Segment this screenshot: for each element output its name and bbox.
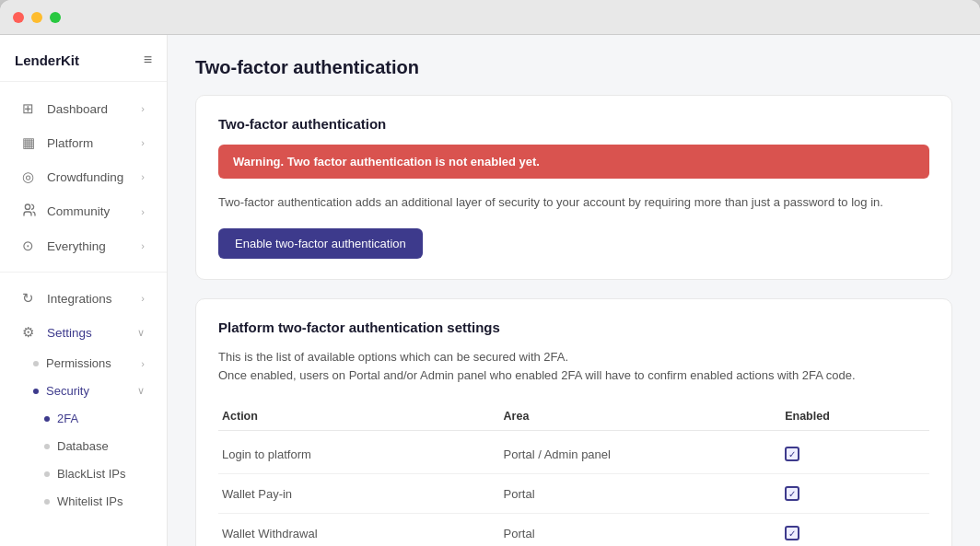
titlebar bbox=[0, 0, 980, 35]
chevron-icon: › bbox=[141, 293, 145, 304]
integrations-icon: ↻ bbox=[22, 290, 39, 307]
chevron-icon: › bbox=[141, 103, 145, 114]
enable-2fa-button[interactable]: Enable two-factor authentication bbox=[218, 228, 423, 259]
sidebar-item-label: Integrations bbox=[47, 292, 112, 306]
sidebar-logo: LenderKit ≡ bbox=[0, 35, 167, 82]
chevron-icon: › bbox=[141, 137, 145, 148]
chevron-icon: › bbox=[141, 171, 145, 182]
sidebar-item-2fa[interactable]: 2FA bbox=[7, 405, 159, 432]
sidebar-sub-label: Whitelist IPs bbox=[57, 494, 123, 508]
everything-icon: ⊙ bbox=[22, 238, 39, 254]
enabled-cell bbox=[785, 526, 926, 540]
sidebar-item-database[interactable]: Database bbox=[7, 433, 159, 459]
sidebar-item-label: Platform bbox=[47, 136, 93, 150]
area-cell: Portal bbox=[504, 487, 786, 501]
th-area: Area bbox=[504, 410, 786, 423]
sidebar-sub-label: Security bbox=[46, 384, 89, 398]
sidebar-divider bbox=[0, 272, 167, 273]
chevron-down-icon: ∨ bbox=[137, 385, 145, 397]
settings-table: Action Area Enabled Login to platform Po… bbox=[218, 402, 929, 546]
minimize-button[interactable] bbox=[31, 12, 42, 23]
warning-text: Warning. Two factor authentication is no… bbox=[233, 155, 540, 168]
sidebar: LenderKit ≡ ⊞ Dashboard › ▦ Platform › bbox=[0, 35, 168, 546]
bullet-icon bbox=[33, 389, 39, 394]
table-header: Action Area Enabled bbox=[218, 402, 929, 431]
th-action: Action bbox=[222, 410, 504, 423]
area-cell: Portal bbox=[504, 527, 786, 540]
sidebar-item-security[interactable]: Security ∨ bbox=[7, 378, 159, 404]
action-cell: Login to platform bbox=[222, 447, 504, 461]
sidebar-item-integrations[interactable]: ↻ Integrations › bbox=[7, 282, 159, 315]
crowdfunding-icon: ◎ bbox=[22, 168, 39, 185]
sidebar-item-label: Crowdfunding bbox=[47, 170, 123, 184]
maximize-button[interactable] bbox=[50, 12, 61, 23]
svg-point-0 bbox=[25, 204, 29, 209]
sidebar-item-whitelist-ips[interactable]: Whitelist IPs bbox=[7, 488, 159, 515]
th-enabled: Enabled bbox=[785, 410, 926, 423]
settings-icon: ⚙ bbox=[22, 324, 39, 341]
sidebar-item-blacklist-ips[interactable]: BlackList IPs bbox=[7, 460, 159, 487]
enabled-checkbox[interactable] bbox=[785, 526, 799, 540]
enabled-checkbox[interactable] bbox=[785, 486, 799, 501]
sidebar-item-label: Dashboard bbox=[47, 102, 108, 116]
platform-card-title: Platform two-factor authentication setti… bbox=[218, 319, 929, 335]
warning-banner: Warning. Two factor authentication is no… bbox=[218, 145, 929, 179]
platform-desc-line1: This is the list of available options wh… bbox=[218, 350, 568, 364]
sidebar-sub-label: Database bbox=[57, 439, 109, 453]
bullet-icon bbox=[44, 471, 50, 477]
chevron-down-icon: ∨ bbox=[137, 327, 145, 339]
chevron-icon: › bbox=[141, 240, 145, 251]
sidebar-item-settings[interactable]: ⚙ Settings ∨ bbox=[7, 316, 159, 349]
two-factor-card: Two-factor authentication Warning. Two f… bbox=[195, 95, 952, 280]
table-row: Wallet Withdrawal Portal bbox=[218, 514, 929, 546]
platform-desc-line2: Once enabled, users on Portal and/or Adm… bbox=[218, 368, 856, 382]
sidebar-item-crowdfunding[interactable]: ◎ Crowdfunding › bbox=[7, 160, 159, 193]
sidebar-item-label: Community bbox=[47, 204, 110, 218]
enabled-checkbox[interactable] bbox=[785, 447, 799, 461]
platform-desc: This is the list of available options wh… bbox=[218, 348, 929, 387]
dashboard-icon: ⊞ bbox=[22, 100, 39, 117]
chevron-icon: › bbox=[141, 206, 145, 217]
page-title: Two-factor authentication bbox=[195, 57, 952, 78]
sidebar-sub-label: 2FA bbox=[57, 412, 78, 425]
card-title: Two-factor authentication bbox=[218, 116, 929, 132]
action-cell: Wallet Withdrawal bbox=[222, 527, 504, 540]
enabled-cell bbox=[785, 486, 926, 501]
bullet-icon bbox=[33, 361, 39, 366]
action-cell: Wallet Pay-in bbox=[222, 487, 504, 501]
description-text: Two-factor authentication adds an additi… bbox=[218, 193, 929, 212]
platform-icon: ▦ bbox=[22, 134, 39, 151]
bullet-icon bbox=[44, 416, 50, 422]
hamburger-icon[interactable]: ≡ bbox=[144, 52, 152, 68]
enabled-cell bbox=[785, 447, 926, 461]
close-button[interactable] bbox=[13, 12, 24, 23]
sidebar-item-everything[interactable]: ⊙ Everything › bbox=[7, 229, 159, 262]
area-cell: Portal / Admin panel bbox=[504, 447, 786, 461]
sidebar-item-community[interactable]: Community › bbox=[7, 194, 159, 228]
bullet-icon bbox=[44, 444, 50, 449]
table-row: Login to platform Portal / Admin panel bbox=[218, 435, 929, 474]
sidebar-sub-label: Permissions bbox=[46, 356, 111, 370]
sidebar-item-permissions[interactable]: Permissions › bbox=[7, 350, 159, 377]
chevron-icon: › bbox=[141, 358, 145, 369]
sidebar-item-label: Everything bbox=[47, 239, 106, 253]
community-icon bbox=[22, 203, 39, 220]
platform-2fa-card: Platform two-factor authentication setti… bbox=[195, 298, 952, 547]
sidebar-sub-label: BlackList IPs bbox=[57, 467, 125, 481]
sidebar-item-label: Settings bbox=[47, 326, 92, 340]
app-body: LenderKit ≡ ⊞ Dashboard › ▦ Platform › bbox=[0, 35, 980, 546]
logo-text: LenderKit bbox=[15, 52, 79, 68]
table-row: Wallet Pay-in Portal bbox=[218, 474, 929, 514]
main-content: Two-factor authentication Two-factor aut… bbox=[168, 35, 980, 546]
sidebar-item-platform[interactable]: ▦ Platform › bbox=[7, 126, 159, 159]
sidebar-nav: ⊞ Dashboard › ▦ Platform › ◎ Crowdfundin… bbox=[0, 82, 167, 546]
bullet-icon bbox=[44, 499, 50, 505]
sidebar-item-dashboard[interactable]: ⊞ Dashboard › bbox=[7, 92, 159, 125]
app-window: LenderKit ≡ ⊞ Dashboard › ▦ Platform › bbox=[0, 0, 980, 546]
